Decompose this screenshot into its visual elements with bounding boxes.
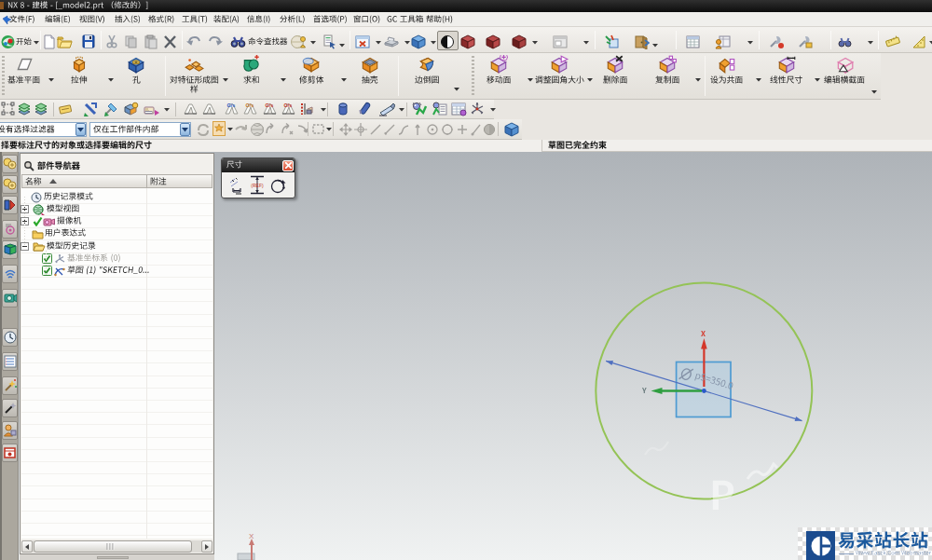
svg-text:O/s: O/s: [246, 102, 254, 108]
svg-text:O/s: O/s: [284, 102, 293, 108]
svg-text:G/s: G/s: [266, 102, 274, 108]
svg-text:(REF): (REF): [251, 183, 264, 188]
svg-text:G/s: G/s: [227, 102, 236, 108]
svg-text:X: X: [249, 532, 254, 540]
